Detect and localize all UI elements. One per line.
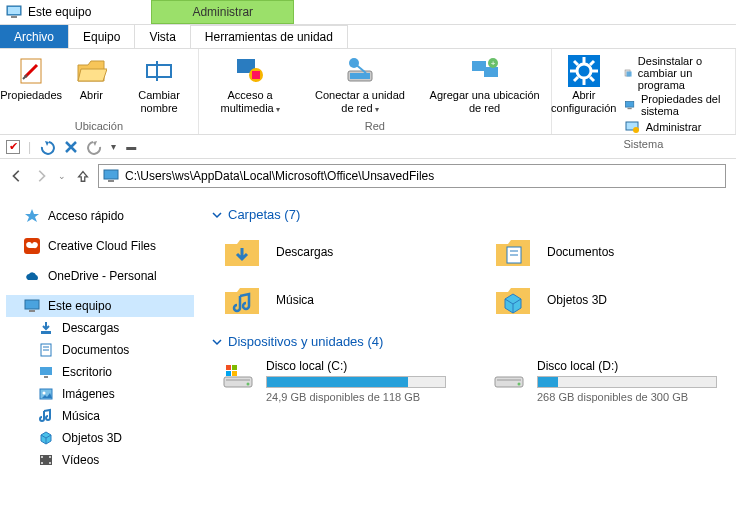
qat-divider: | bbox=[28, 140, 31, 154]
svg-rect-12 bbox=[472, 61, 486, 71]
ribbon-group-sistema: Abrir configuración Desinstalar o cambia… bbox=[552, 49, 736, 134]
uninstall-icon bbox=[624, 65, 632, 81]
ribbon-administrar[interactable]: Administrar bbox=[624, 119, 725, 135]
titlebar: Este equipo Administrar bbox=[0, 0, 736, 25]
ribbon-cambiar-nombre[interactable]: Cambiar nombre bbox=[126, 53, 191, 119]
svg-point-31 bbox=[633, 127, 639, 133]
drive-c[interactable]: Disco local (C:) 24,9 GB disponibles de … bbox=[222, 359, 453, 403]
ribbon-group-red: Acceso a multimedia▾ Conectar a unidad d… bbox=[199, 49, 552, 134]
chevron-down-icon: ▾ bbox=[375, 105, 379, 114]
drive-d-bar bbox=[537, 376, 717, 388]
tab-strip: Archivo Equipo Vista Herramientas de uni… bbox=[0, 25, 736, 49]
svg-rect-59 bbox=[232, 371, 237, 376]
sidebar-imagenes[interactable]: Imágenes bbox=[6, 383, 194, 405]
videos-icon bbox=[38, 452, 54, 468]
ribbon-group-ubicacion: Propiedades Abrir Cambiar nombre Ubicaci… bbox=[0, 49, 199, 134]
up-button[interactable] bbox=[76, 169, 90, 183]
add-network-location-icon: + bbox=[469, 55, 501, 87]
svg-rect-42 bbox=[44, 376, 48, 378]
ribbon-conectar-unidad[interactable]: Conectar a unidad de red▾ bbox=[305, 53, 414, 119]
ribbon-agregar-ubicacion[interactable]: + Agregar una ubicación de red bbox=[424, 53, 544, 119]
forward-button[interactable] bbox=[34, 169, 48, 183]
svg-rect-49 bbox=[49, 462, 51, 464]
sidebar-escritorio[interactable]: Escritorio bbox=[6, 361, 194, 383]
svg-rect-33 bbox=[108, 180, 114, 182]
folder-open-icon bbox=[75, 55, 107, 87]
tab-herramientas[interactable]: Herramientas de unidad bbox=[191, 25, 348, 48]
svg-rect-57 bbox=[232, 365, 237, 370]
svg-rect-48 bbox=[49, 456, 51, 458]
drive-c-icon bbox=[222, 363, 254, 391]
section-carpetas[interactable]: Carpetas (7) bbox=[212, 207, 724, 222]
sidebar-descargas[interactable]: Descargas bbox=[6, 317, 194, 339]
chevron-down-icon bbox=[212, 337, 222, 347]
sidebar-onedrive[interactable]: OneDrive - Personal bbox=[6, 265, 194, 287]
rename-label: Cambiar nombre bbox=[128, 89, 189, 114]
folder-objetos3d[interactable]: Objetos 3D bbox=[493, 280, 724, 320]
svg-rect-35 bbox=[25, 300, 39, 309]
svg-rect-8 bbox=[252, 71, 260, 79]
tab-equipo[interactable]: Equipo bbox=[69, 25, 135, 48]
delete-x-icon[interactable] bbox=[63, 139, 79, 155]
manage-icon bbox=[624, 119, 640, 135]
tab-archivo[interactable]: Archivo bbox=[0, 25, 69, 48]
ribbon-acceso-multimedia[interactable]: Acceso a multimedia▾ bbox=[205, 53, 296, 119]
qat-dropdown[interactable]: ▾ bbox=[111, 141, 116, 152]
media-access-icon bbox=[234, 55, 266, 87]
settings-gear-icon bbox=[568, 55, 600, 87]
music-folder-icon bbox=[222, 280, 262, 320]
svg-rect-41 bbox=[40, 367, 52, 375]
chevron-down-icon: ▾ bbox=[276, 105, 280, 114]
chevron-down-icon bbox=[212, 210, 222, 220]
svg-rect-46 bbox=[41, 456, 43, 458]
back-button[interactable] bbox=[10, 169, 24, 183]
main-area: Acceso rápido Creative Cloud Files OneDr… bbox=[0, 193, 736, 524]
system-properties-icon bbox=[624, 97, 635, 113]
folder-descargas[interactable]: Descargas bbox=[222, 232, 453, 272]
nav-row: ⌄ C:\Users\ws\AppData\Local\Microsoft\Of… bbox=[0, 159, 736, 193]
sidebar-documentos[interactable]: Documentos bbox=[6, 339, 194, 361]
folder-musica[interactable]: Música bbox=[222, 280, 453, 320]
sidebar-musica[interactable]: Música bbox=[6, 405, 194, 427]
ribbon-propiedades[interactable]: Propiedades bbox=[6, 53, 56, 119]
sidebar-este-equipo[interactable]: Este equipo bbox=[6, 295, 194, 317]
sidebar-creative-cloud[interactable]: Creative Cloud Files bbox=[6, 235, 194, 257]
svg-rect-28 bbox=[625, 102, 633, 108]
context-tab-administrar[interactable]: Administrar bbox=[151, 0, 294, 24]
svg-text:+: + bbox=[490, 59, 495, 68]
folder-documentos[interactable]: Documentos bbox=[493, 232, 724, 272]
pictures-icon bbox=[38, 386, 54, 402]
ribbon-system-list: Desinstalar o cambiar un programa Propie… bbox=[620, 53, 729, 137]
properties-icon bbox=[15, 55, 47, 87]
window-title: Este equipo bbox=[28, 5, 151, 19]
svg-point-55 bbox=[247, 383, 250, 386]
svg-rect-47 bbox=[41, 462, 43, 464]
content-pane: Carpetas (7) Descargas Documentos Música… bbox=[200, 193, 736, 524]
svg-rect-29 bbox=[627, 108, 631, 109]
section-dispositivos[interactable]: Dispositivos y unidades (4) bbox=[212, 334, 724, 349]
sidebar-objetos3d[interactable]: Objetos 3D bbox=[6, 427, 194, 449]
recent-dropdown[interactable]: ⌄ bbox=[58, 171, 66, 181]
drive-d[interactable]: Disco local (D:) 268 GB disponibles de 3… bbox=[493, 359, 724, 403]
svg-rect-61 bbox=[497, 379, 521, 381]
drive-d-icon bbox=[493, 363, 525, 391]
undo-icon[interactable] bbox=[39, 139, 55, 155]
pc-icon bbox=[6, 4, 22, 20]
qat-checkbox[interactable]: ✔ bbox=[6, 140, 20, 154]
qat-overflow[interactable]: ▬ bbox=[126, 141, 136, 152]
ribbon-propiedades-sistema[interactable]: Propiedades del sistema bbox=[624, 93, 725, 117]
address-bar[interactable]: C:\Users\ws\AppData\Local\Microsoft\Offi… bbox=[98, 164, 726, 188]
svg-rect-53 bbox=[224, 377, 252, 387]
ribbon: Propiedades Abrir Cambiar nombre Ubicaci… bbox=[0, 49, 736, 135]
svg-rect-4 bbox=[147, 65, 171, 77]
redo-icon[interactable] bbox=[87, 139, 103, 155]
svg-rect-36 bbox=[29, 310, 35, 312]
sidebar-videos[interactable]: Vídeos bbox=[6, 449, 194, 471]
ribbon-abrir[interactable]: Abrir bbox=[66, 53, 116, 119]
music-icon bbox=[38, 408, 54, 424]
sidebar-acceso-rapido[interactable]: Acceso rápido bbox=[6, 205, 194, 227]
ribbon-desinstalar[interactable]: Desinstalar o cambiar un programa bbox=[624, 55, 725, 91]
svg-point-44 bbox=[43, 392, 46, 395]
tab-vista[interactable]: Vista bbox=[135, 25, 190, 48]
ribbon-abrir-configuracion[interactable]: Abrir configuración bbox=[558, 53, 610, 116]
